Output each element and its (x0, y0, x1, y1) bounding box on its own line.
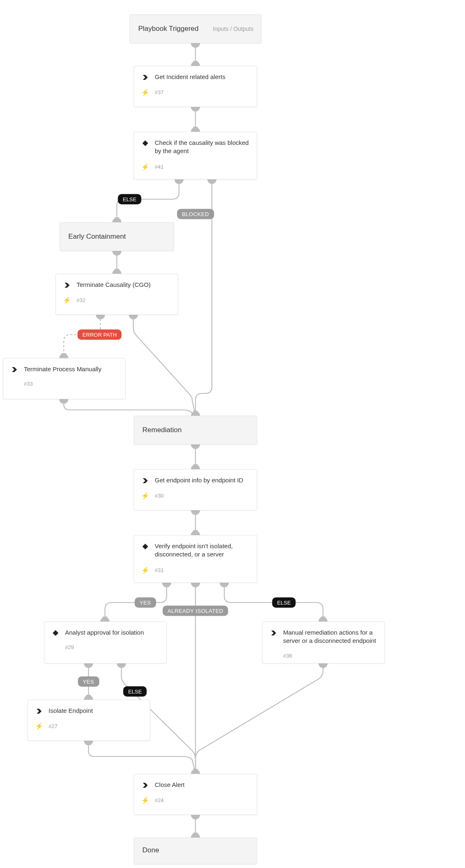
task-label: Isolate Endpoint (49, 707, 93, 715)
diamond-icon (142, 140, 149, 147)
task-number: #37 (155, 89, 164, 95)
task-label: Analyst approval for isolation (65, 628, 144, 637)
chevron-icon (142, 782, 149, 789)
branch-blocked[interactable]: BLOCKED (177, 209, 214, 219)
chevron-icon (270, 629, 277, 637)
task-label: Terminate Process Manually (24, 365, 101, 373)
task-label: Get Incident related alerts (155, 73, 226, 81)
chevron-icon (11, 366, 18, 373)
task-label: Check if the causality was blocked by th… (155, 139, 249, 156)
bolt-icon: ⚡ (142, 566, 149, 574)
branch-else-29[interactable]: ELSE (123, 686, 146, 697)
task-get-endpoint-info[interactable]: Get endpoint info by endpoint ID ⚡ #30 (134, 469, 257, 510)
done-title: Done (142, 846, 159, 854)
branch-yes-29[interactable]: YES (78, 677, 99, 687)
task-label: Manual remediation actions for a server … (283, 628, 377, 645)
branch-already-isolated[interactable]: ALREADY ISOLATED (163, 606, 228, 616)
bolt-icon: ⚡ (142, 796, 149, 804)
done-node[interactable]: Done (134, 838, 257, 864)
svg-rect-11 (53, 630, 58, 636)
bolt-icon: ⚡ (142, 492, 149, 500)
task-terminate-causality[interactable]: Terminate Causality (CGO) ⚡ #32 (56, 274, 178, 315)
task-number: #31 (155, 567, 164, 573)
task-number: #36 (283, 653, 292, 659)
bolt-icon: ⚡ (63, 296, 71, 304)
task-label: Terminate Causality (CGO) (77, 281, 151, 289)
playbook-flow-canvas: Playbook Triggered Inputs / Outputs Get … (0, 0, 465, 868)
branch-else-31[interactable]: ELSE (272, 598, 295, 608)
branch-else-41[interactable]: ELSE (118, 194, 141, 205)
task-number: #41 (155, 164, 164, 170)
task-isolate-endpoint[interactable]: Isolate Endpoint ⚡ #27 (28, 700, 150, 741)
chevron-icon (35, 707, 43, 715)
chevron-icon (142, 74, 149, 81)
task-number: #27 (49, 723, 58, 729)
chevron-icon (142, 477, 149, 484)
svg-rect-9 (142, 140, 148, 146)
bolt-icon: ⚡ (142, 88, 149, 96)
condition-analyst-approval[interactable]: Analyst approval for isolation #29 (44, 621, 167, 663)
condition-check-causality[interactable]: Check if the causality was blocked by th… (134, 132, 257, 179)
branch-error-path[interactable]: ERROR PATH (77, 330, 121, 340)
task-label: Verify endpoint isn't isolated, disconne… (155, 542, 249, 559)
task-number: #24 (155, 797, 164, 803)
task-number: #29 (65, 644, 74, 650)
task-close-alert[interactable]: Close Alert ⚡ #24 (134, 774, 257, 815)
bolt-icon: ⚡ (142, 163, 149, 171)
section-remediation[interactable]: Remediation (134, 416, 257, 444)
start-node[interactable]: Playbook Triggered Inputs / Outputs (130, 14, 261, 43)
diamond-icon (52, 629, 59, 637)
task-number: #30 (155, 493, 164, 499)
diamond-icon (142, 543, 149, 550)
section-title: Remediation (142, 426, 181, 434)
chevron-icon (63, 282, 71, 289)
branch-yes-31[interactable]: YES (135, 598, 156, 608)
task-label: Get endpoint info by endpoint ID (155, 476, 243, 484)
start-title: Playbook Triggered (138, 25, 198, 33)
bolt-icon: ⚡ (35, 722, 43, 730)
task-number: #33 (24, 381, 33, 387)
task-label: Close Alert (155, 781, 185, 789)
task-manual-remediation[interactable]: Manual remediation actions for a server … (262, 621, 385, 663)
section-early-containment[interactable]: Early Containment (60, 222, 174, 251)
task-number: #32 (77, 297, 86, 303)
task-terminate-process-manually[interactable]: Terminate Process Manually #33 (3, 358, 126, 399)
svg-rect-10 (142, 544, 148, 549)
inputs-outputs-link[interactable]: Inputs / Outputs (213, 26, 253, 32)
condition-verify-endpoint[interactable]: Verify endpoint isn't isolated, disconne… (134, 535, 257, 583)
task-get-incident-alerts[interactable]: Get Incident related alerts ⚡ #37 (134, 66, 257, 107)
section-title: Early Containment (68, 233, 126, 240)
